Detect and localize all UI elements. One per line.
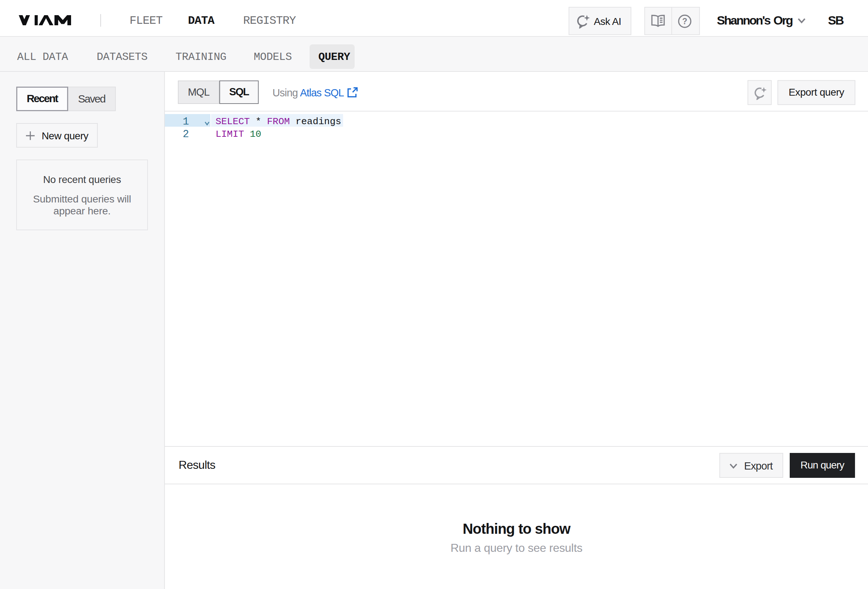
svg-text:?: ? — [682, 16, 687, 26]
